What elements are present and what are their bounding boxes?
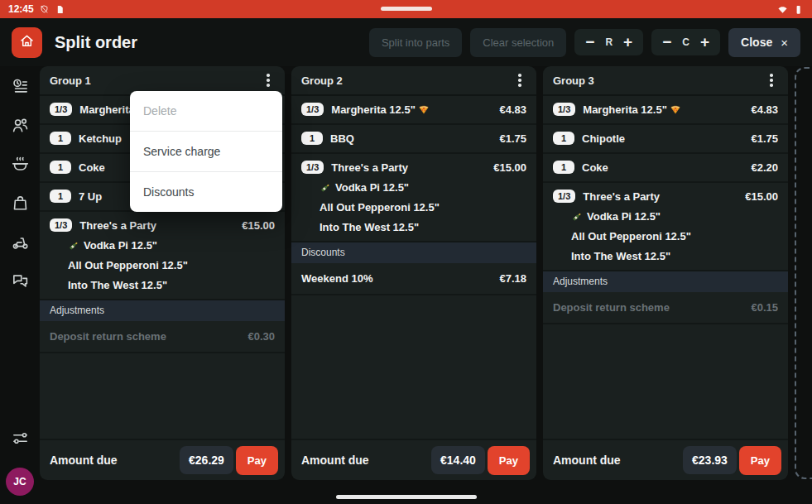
- menu-item-discounts[interactable]: Discounts: [130, 172, 282, 212]
- sidebar-item-kitchen[interactable]: [10, 155, 30, 175]
- section-row-name: Weekend 10%: [301, 272, 372, 285]
- item-name: 7 Up: [79, 190, 102, 203]
- item-name: Margherita 12.5": [583, 103, 681, 116]
- order-item-line: 1/3Margherita 12.5"€4.83: [301, 103, 526, 116]
- camera-cutout: [381, 7, 432, 11]
- pay-button[interactable]: Pay: [488, 446, 530, 475]
- close-button-label: Close: [741, 36, 772, 49]
- item-name: Three's a Party: [583, 190, 660, 203]
- pizza-slice-icon: [670, 103, 681, 115]
- columns-increment-button[interactable]: +: [700, 34, 709, 50]
- group-menu-button[interactable]: [256, 69, 281, 92]
- app-header: Split order Split into parts Clear selec…: [0, 18, 812, 66]
- section-header: Discounts: [291, 242, 536, 263]
- filters-icon: [11, 438, 30, 450]
- item-price: €15.00: [745, 190, 778, 203]
- combo-component-text: All Out Pepperoni 12.5": [320, 201, 440, 214]
- clear-selection-button[interactable]: Clear selection: [470, 28, 566, 57]
- combo-component: Into The West 12.5": [553, 242, 778, 262]
- champagne-bottle-icon: [320, 182, 331, 194]
- group-menu-button[interactable]: [759, 69, 784, 92]
- champagne-bottle-icon: [68, 240, 79, 252]
- quantity-badge: 1: [50, 161, 71, 174]
- combo-component-text: Into The West 12.5": [68, 279, 167, 291]
- user-avatar[interactable]: JC: [6, 468, 34, 496]
- sidebar-item-filters[interactable]: [10, 429, 30, 449]
- item-name-text: Chipotle: [582, 132, 625, 145]
- group-column: Group 21/3Margherita 12.5"€4.831BBQ€1.75…: [291, 66, 536, 480]
- amount-due-label: Amount due: [50, 454, 118, 467]
- order-item[interactable]: 1Coke€2.20: [543, 154, 788, 183]
- order-item[interactable]: 1Chipotle€1.75: [543, 125, 788, 154]
- home-icon: [18, 32, 36, 52]
- group-items: 1/3Margherita 12.5"€4.831Chipotle€1.751C…: [543, 96, 788, 439]
- sidebar-item-takeaway[interactable]: [10, 194, 30, 214]
- new-group-dropzone[interactable]: [795, 67, 812, 479]
- header-actions: Split into parts Clear selection − R + −…: [369, 28, 800, 57]
- columns-decrement-button[interactable]: −: [662, 34, 671, 50]
- quantity-badge: 1/3: [301, 161, 324, 174]
- section-header: Adjustments: [40, 300, 285, 321]
- order-item[interactable]: 1BBQ€1.75: [291, 125, 536, 154]
- order-item[interactable]: 1/3Three's a Party€15.00Vodka Pi 12.5"Al…: [543, 183, 788, 271]
- menu-item-delete[interactable]: Delete: [130, 91, 282, 132]
- sidebar-item-delivery[interactable]: [10, 233, 30, 252]
- order-item-line: 1/3Three's a Party€15.00: [50, 218, 275, 232]
- item-price: €1.75: [499, 132, 526, 145]
- sidebar-item-chat[interactable]: [10, 271, 30, 291]
- section-row: Deposit return scheme€0.30: [40, 321, 285, 353]
- amount-due-label: Amount due: [301, 454, 369, 467]
- group-footer: Amount due€23.93Pay: [543, 439, 788, 480]
- close-button[interactable]: Close ×: [728, 28, 800, 57]
- combo-component: Vodka Pi 12.5": [553, 203, 778, 223]
- menu-item-service-charge[interactable]: Service charge: [130, 132, 282, 172]
- home-button[interactable]: [12, 27, 42, 58]
- item-name: Coke: [79, 161, 105, 174]
- group-menu-button[interactable]: [507, 69, 532, 92]
- delivery-icon: [11, 242, 30, 254]
- order-item[interactable]: 1/3Margherita 12.5"€4.83: [543, 96, 788, 125]
- quantity-badge: 1/3: [50, 103, 72, 116]
- pay-button[interactable]: Pay: [739, 446, 781, 475]
- section-row-name: Deposit return scheme: [50, 330, 166, 343]
- pay-button[interactable]: Pay: [236, 446, 278, 475]
- order-history-icon: [11, 86, 30, 98]
- sidebar-item-order-history[interactable]: [10, 77, 30, 97]
- item-name: Margherita 12.5": [331, 103, 430, 116]
- amount-due-label: Amount due: [553, 454, 621, 467]
- quantity-badge: 1: [553, 161, 574, 174]
- item-name-text: Three's a Party: [331, 161, 408, 174]
- section-row-price: €7.18: [499, 272, 526, 285]
- split-order-screen: 12:45 Split order Split into parts Clear…: [0, 0, 812, 504]
- chat-icon: [11, 281, 30, 293]
- group-header: Group 2: [291, 66, 536, 96]
- amount-due-value: €23.93: [683, 446, 737, 474]
- section-row[interactable]: Weekend 10%€7.18: [291, 263, 536, 295]
- champagne-bottle-icon: [571, 211, 583, 223]
- combo-component: All Out Pepperoni 12.5": [301, 194, 526, 214]
- item-name: Coke: [582, 161, 608, 174]
- home-indicator-bar[interactable]: [336, 495, 477, 499]
- order-item-line: 1Coke€2.20: [553, 161, 778, 174]
- group-context-menu: Delete Service charge Discounts: [130, 91, 282, 212]
- customers-icon: [11, 125, 30, 137]
- combo-component-text: Into The West 12.5": [571, 250, 670, 262]
- order-item[interactable]: 1/3Three's a Party€15.00Vodka Pi 12.5"Al…: [40, 212, 285, 300]
- combo-component: All Out Pepperoni 12.5": [50, 252, 275, 271]
- rows-decrement-button[interactable]: −: [585, 34, 594, 50]
- combo-component: All Out Pepperoni 12.5": [553, 223, 778, 242]
- item-name-text: Three's a Party: [583, 190, 660, 203]
- order-item-line: 1Chipotle€1.75: [553, 132, 778, 145]
- order-item[interactable]: 1/3Three's a Party€15.00Vodka Pi 12.5"Al…: [291, 154, 536, 242]
- combo-component-text: Vodka Pi 12.5": [587, 210, 661, 223]
- split-into-parts-button[interactable]: Split into parts: [369, 28, 462, 57]
- rows-increment-button[interactable]: +: [623, 34, 632, 50]
- order-item[interactable]: 1/3Margherita 12.5"€4.83: [291, 96, 536, 125]
- item-name-text: Coke: [79, 161, 105, 174]
- sidebar-item-customers[interactable]: [10, 116, 30, 136]
- item-name: BBQ: [330, 132, 354, 145]
- item-name: Three's a Party: [331, 161, 408, 174]
- takeaway-icon: [11, 203, 30, 215]
- item-name: Chipotle: [582, 132, 625, 145]
- battery-icon: [793, 4, 804, 15]
